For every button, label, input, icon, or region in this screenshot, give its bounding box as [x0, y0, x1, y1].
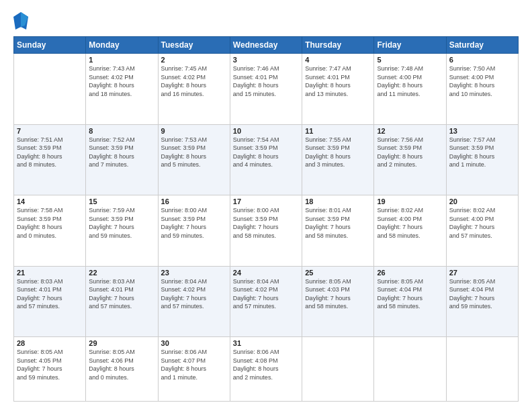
day-number: 7	[17, 127, 83, 135]
day-number: 29	[89, 339, 154, 347]
day-info: Sunrise: 8:05 AMSunset: 4:05 PMDaylight:…	[17, 348, 83, 381]
day-info: Sunrise: 8:02 AMSunset: 4:00 PMDaylight:…	[377, 206, 443, 240]
day-number: 15	[89, 197, 154, 205]
day-info: Sunrise: 7:51 AMSunset: 3:59 PMDaylight:…	[17, 136, 83, 169]
calendar-cell: 22Sunrise: 8:03 AMSunset: 4:01 PMDayligh…	[86, 266, 158, 337]
week-row-1: 1Sunrise: 7:43 AMSunset: 4:02 PMDaylight…	[14, 54, 519, 125]
calendar: SundayMondayTuesdayWednesdayThursdayFrid…	[13, 36, 519, 402]
calendar-cell: 27Sunrise: 8:05 AMSunset: 4:04 PMDayligh…	[446, 266, 518, 337]
week-row-5: 28Sunrise: 8:05 AMSunset: 4:05 PMDayligh…	[14, 337, 519, 402]
calendar-cell	[302, 337, 374, 402]
day-info: Sunrise: 8:06 AMSunset: 4:08 PMDaylight:…	[233, 348, 299, 381]
calendar-cell: 7Sunrise: 7:51 AMSunset: 3:59 PMDaylight…	[14, 124, 86, 195]
day-number: 17	[233, 197, 299, 205]
day-number: 23	[161, 269, 227, 277]
day-info: Sunrise: 7:57 AMSunset: 3:59 PMDaylight:…	[449, 136, 515, 169]
day-number: 27	[449, 269, 515, 277]
day-number: 10	[233, 127, 299, 135]
day-number: 30	[161, 339, 227, 347]
calendar-cell: 29Sunrise: 8:05 AMSunset: 4:06 PMDayligh…	[86, 337, 158, 402]
day-info: Sunrise: 8:04 AMSunset: 4:02 PMDaylight:…	[161, 277, 227, 311]
day-number: 25	[305, 269, 371, 277]
day-number: 11	[305, 127, 371, 135]
day-info: Sunrise: 7:58 AMSunset: 3:59 PMDaylight:…	[17, 206, 83, 240]
svg-marker-2	[21, 12, 28, 27]
day-info: Sunrise: 8:04 AMSunset: 4:02 PMDaylight:…	[233, 277, 299, 311]
weekday-header-monday: Monday	[86, 37, 158, 54]
calendar-cell: 17Sunrise: 8:00 AMSunset: 3:59 PMDayligh…	[230, 195, 302, 267]
day-info: Sunrise: 8:06 AMSunset: 4:07 PMDaylight:…	[161, 348, 227, 381]
day-info: Sunrise: 7:54 AMSunset: 3:59 PMDaylight:…	[233, 136, 299, 169]
day-info: Sunrise: 8:05 AMSunset: 4:03 PMDaylight:…	[305, 277, 371, 311]
day-info: Sunrise: 7:45 AMSunset: 4:02 PMDaylight:…	[161, 64, 227, 98]
calendar-cell: 11Sunrise: 7:55 AMSunset: 3:59 PMDayligh…	[302, 124, 374, 195]
day-number: 2	[161, 56, 227, 64]
page: SundayMondayTuesdayWednesdayThursdayFrid…	[0, 0, 532, 411]
calendar-cell: 15Sunrise: 7:59 AMSunset: 3:59 PMDayligh…	[86, 195, 158, 267]
calendar-cell: 5Sunrise: 7:48 AMSunset: 4:00 PMDaylight…	[374, 54, 446, 125]
day-info: Sunrise: 7:55 AMSunset: 3:59 PMDaylight:…	[305, 136, 371, 169]
calendar-cell: 13Sunrise: 7:57 AMSunset: 3:59 PMDayligh…	[446, 124, 518, 195]
calendar-cell: 31Sunrise: 8:06 AMSunset: 4:08 PMDayligh…	[230, 337, 302, 402]
day-info: Sunrise: 8:01 AMSunset: 3:59 PMDaylight:…	[305, 206, 371, 240]
weekday-header-sunday: Sunday	[14, 37, 86, 54]
calendar-cell: 24Sunrise: 8:04 AMSunset: 4:02 PMDayligh…	[230, 266, 302, 337]
day-number: 20	[449, 197, 515, 205]
day-info: Sunrise: 7:47 AMSunset: 4:01 PMDaylight:…	[305, 64, 371, 98]
calendar-cell	[446, 337, 518, 402]
calendar-cell: 26Sunrise: 8:05 AMSunset: 4:04 PMDayligh…	[374, 266, 446, 337]
day-info: Sunrise: 7:56 AMSunset: 3:59 PMDaylight:…	[377, 136, 443, 169]
day-number: 13	[449, 127, 515, 135]
header	[13, 12, 519, 30]
day-info: Sunrise: 7:46 AMSunset: 4:01 PMDaylight:…	[233, 64, 299, 98]
calendar-cell: 30Sunrise: 8:06 AMSunset: 4:07 PMDayligh…	[158, 337, 230, 402]
day-number: 19	[377, 197, 443, 205]
day-info: Sunrise: 8:03 AMSunset: 4:01 PMDaylight:…	[17, 277, 83, 311]
day-info: Sunrise: 8:02 AMSunset: 4:00 PMDaylight:…	[449, 206, 515, 240]
calendar-cell: 20Sunrise: 8:02 AMSunset: 4:00 PMDayligh…	[446, 195, 518, 267]
logo-icon	[13, 12, 28, 30]
day-number: 8	[89, 127, 154, 135]
day-info: Sunrise: 7:53 AMSunset: 3:59 PMDaylight:…	[161, 136, 227, 169]
day-info: Sunrise: 7:50 AMSunset: 4:00 PMDaylight:…	[449, 64, 515, 98]
day-number: 12	[377, 127, 443, 135]
day-info: Sunrise: 8:03 AMSunset: 4:01 PMDaylight:…	[89, 277, 154, 311]
day-info: Sunrise: 8:05 AMSunset: 4:06 PMDaylight:…	[89, 348, 154, 381]
day-info: Sunrise: 7:52 AMSunset: 3:59 PMDaylight:…	[89, 136, 154, 169]
calendar-cell: 16Sunrise: 8:00 AMSunset: 3:59 PMDayligh…	[158, 195, 230, 267]
week-row-4: 21Sunrise: 8:03 AMSunset: 4:01 PMDayligh…	[14, 266, 519, 337]
day-number: 16	[161, 197, 227, 205]
day-number: 31	[233, 339, 299, 347]
calendar-cell: 12Sunrise: 7:56 AMSunset: 3:59 PMDayligh…	[374, 124, 446, 195]
day-info: Sunrise: 7:48 AMSunset: 4:00 PMDaylight:…	[377, 64, 443, 98]
day-info: Sunrise: 8:00 AMSunset: 3:59 PMDaylight:…	[161, 206, 227, 240]
day-number: 18	[305, 197, 371, 205]
calendar-cell: 1Sunrise: 7:43 AMSunset: 4:02 PMDaylight…	[86, 54, 158, 125]
calendar-cell	[374, 337, 446, 402]
day-number: 14	[17, 197, 83, 205]
calendar-cell: 10Sunrise: 7:54 AMSunset: 3:59 PMDayligh…	[230, 124, 302, 195]
weekday-header-saturday: Saturday	[446, 37, 518, 54]
day-number: 6	[449, 56, 515, 64]
day-number: 21	[17, 269, 83, 277]
weekday-header-thursday: Thursday	[302, 37, 374, 54]
day-number: 28	[17, 339, 83, 347]
calendar-cell: 25Sunrise: 8:05 AMSunset: 4:03 PMDayligh…	[302, 266, 374, 337]
calendar-cell: 18Sunrise: 8:01 AMSunset: 3:59 PMDayligh…	[302, 195, 374, 267]
calendar-cell: 19Sunrise: 8:02 AMSunset: 4:00 PMDayligh…	[374, 195, 446, 267]
day-number: 26	[377, 269, 443, 277]
calendar-cell: 14Sunrise: 7:58 AMSunset: 3:59 PMDayligh…	[14, 195, 86, 267]
day-info: Sunrise: 8:00 AMSunset: 3:59 PMDaylight:…	[233, 206, 299, 240]
weekday-header-wednesday: Wednesday	[230, 37, 302, 54]
day-number: 3	[233, 56, 299, 64]
calendar-cell: 4Sunrise: 7:47 AMSunset: 4:01 PMDaylight…	[302, 54, 374, 125]
day-info: Sunrise: 7:43 AMSunset: 4:02 PMDaylight:…	[89, 64, 154, 98]
week-row-2: 7Sunrise: 7:51 AMSunset: 3:59 PMDaylight…	[14, 124, 519, 195]
day-info: Sunrise: 8:05 AMSunset: 4:04 PMDaylight:…	[377, 277, 443, 311]
calendar-cell: 3Sunrise: 7:46 AMSunset: 4:01 PMDaylight…	[230, 54, 302, 125]
logo	[13, 12, 31, 30]
day-number: 22	[89, 269, 154, 277]
weekday-header-row: SundayMondayTuesdayWednesdayThursdayFrid…	[14, 37, 519, 54]
day-info: Sunrise: 8:05 AMSunset: 4:04 PMDaylight:…	[449, 277, 515, 311]
calendar-cell	[14, 54, 86, 125]
